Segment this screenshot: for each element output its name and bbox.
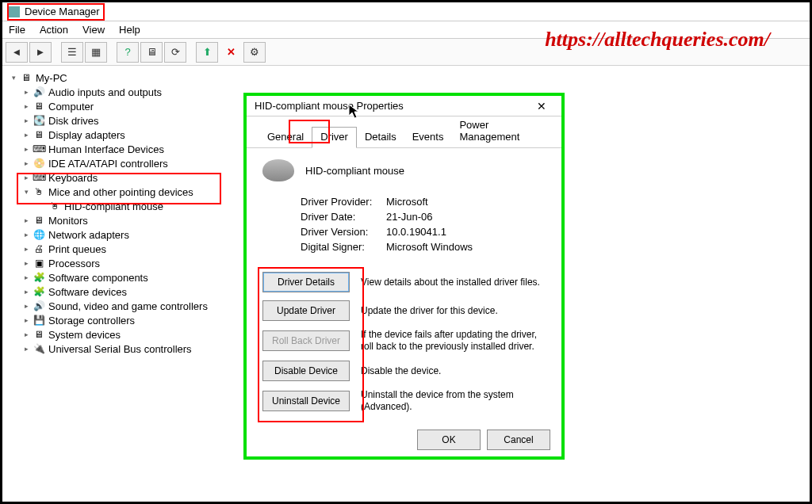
device-icon: 🖥 — [33, 214, 45, 227]
tab-general[interactable]: General — [259, 128, 312, 147]
titlebar: Device Manager — [2, 2, 810, 21]
device-icon: ⌨ — [33, 171, 45, 184]
computer-icon: 🖥 — [20, 71, 33, 84]
disable-device-button[interactable]: Disable Device — [262, 361, 350, 381]
expand-icon[interactable]: ▸ — [21, 88, 31, 96]
cancel-button[interactable]: Cancel — [487, 430, 550, 450]
toolbar-properties-icon[interactable]: ⚙ — [243, 42, 266, 63]
device-icon: 🌐 — [33, 228, 45, 241]
watermark-url: https://alltechqueries.com/ — [545, 28, 770, 52]
expand-icon[interactable]: ▸ — [21, 302, 31, 310]
expand-icon[interactable]: ▸ — [21, 102, 31, 110]
toolbar-forward[interactable]: ► — [29, 42, 52, 63]
expand-icon[interactable]: ▸ — [21, 116, 31, 124]
tree-label: Display adapters — [48, 129, 125, 141]
update-driver-desc: Update the driver for this device. — [361, 305, 546, 317]
tab-events[interactable]: Events — [404, 128, 452, 147]
device-icon: 🖥 — [33, 328, 45, 341]
expand-icon[interactable]: ▸ — [21, 131, 31, 139]
device-name: HID-compliant mouse — [305, 165, 404, 177]
toolbar-display-icon[interactable]: 🖥 — [140, 42, 163, 63]
expand-icon[interactable]: ▸ — [21, 145, 31, 153]
expand-icon[interactable]: ▸ — [21, 345, 31, 353]
expand-icon[interactable]: ▸ — [21, 231, 31, 239]
separator — [188, 42, 194, 63]
tree-root[interactable]: ▾ 🖥 My-PC — [9, 71, 810, 85]
tree-label: Print queues — [48, 243, 106, 255]
signer-label: Digital Signer: — [301, 241, 386, 253]
uninstall-device-button[interactable]: Uninstall Device — [262, 391, 350, 411]
app-icon — [9, 6, 20, 17]
expand-icon[interactable]: ▸ — [21, 330, 31, 338]
tab-details[interactable]: Details — [357, 128, 404, 147]
version-value: 10.0.19041.1 — [386, 226, 446, 238]
toolbar-refresh-icon[interactable]: ⟳ — [164, 42, 186, 63]
expand-icon[interactable]: ▸ — [21, 245, 31, 253]
toolbar-scan-icon[interactable]: ⬆ — [196, 42, 218, 63]
expand-icon[interactable]: ▸ — [21, 159, 31, 167]
expand-icon[interactable]: ▸ — [21, 288, 31, 296]
collapse-icon[interactable]: ▾ — [21, 188, 31, 196]
device-icon: 🖥 — [33, 128, 45, 141]
expand-icon[interactable]: ▸ — [21, 273, 31, 281]
root-label: My-PC — [36, 72, 67, 84]
tree-label: Disk drives — [48, 115, 99, 127]
close-icon[interactable]: ✕ — [530, 98, 553, 114]
separator — [53, 42, 59, 63]
expand-icon[interactable]: ▸ — [21, 259, 31, 267]
signer-value: Microsoft Windows — [386, 241, 473, 253]
menu-action[interactable]: Action — [40, 24, 68, 36]
tree-label: Mice and other pointing devices — [48, 186, 193, 198]
tab-power[interactable]: Power Management — [451, 116, 549, 147]
separator — [109, 42, 115, 63]
window-title: Device Manager — [25, 6, 100, 17]
collapse-icon[interactable]: ▾ — [9, 74, 18, 82]
ok-button[interactable]: OK — [417, 430, 481, 450]
menu-file[interactable]: File — [9, 24, 25, 36]
tree-label: System devices — [48, 329, 121, 341]
dialog-footer: OK Cancel — [417, 430, 550, 450]
tree-label: Software devices — [48, 286, 127, 298]
driver-details-desc: View details about the installed driver … — [361, 277, 546, 288]
tree-label: Processors — [48, 258, 100, 269]
tree-label: Sound, video and game controllers — [48, 300, 208, 312]
tree-label: Audio inputs and outputs — [48, 86, 162, 98]
provider-label: Driver Provider: — [301, 196, 386, 208]
properties-dialog: HID-compliant mouse Properties ✕ General… — [243, 93, 565, 460]
expand-icon[interactable]: ▸ — [21, 316, 31, 324]
dialog-title: HID-compliant mouse Properties — [255, 100, 404, 112]
mouse-icon — [262, 159, 294, 181]
tree-label: Human Interface Devices — [48, 143, 164, 155]
toolbar-help-icon[interactable]: ? — [117, 42, 139, 63]
driver-details-button[interactable]: Driver Details — [262, 272, 350, 292]
toolbar-grid-icon[interactable]: ▦ — [85, 42, 107, 63]
device-icon: 🧩 — [33, 285, 45, 298]
device-icon: 🖱 — [48, 200, 61, 212]
provider-value: Microsoft — [386, 196, 428, 208]
device-icon: 🖨 — [33, 242, 45, 255]
update-driver-button[interactable]: Update Driver — [262, 300, 350, 321]
dialog-titlebar[interactable]: HID-compliant mouse Properties ✕ — [247, 96, 561, 116]
toolbar-tree-icon[interactable]: ☰ — [61, 42, 83, 63]
uninstall-device-desc: Uninstall the device from the system (Ad… — [361, 389, 546, 413]
toolbar-remove-icon[interactable]: ✕ — [220, 42, 242, 63]
toolbar-back[interactable]: ◄ — [6, 42, 28, 63]
device-icon: ⌨ — [33, 143, 45, 155]
device-icon: 🔊 — [33, 86, 45, 98]
expand-icon[interactable]: ▸ — [21, 174, 31, 181]
rollback-driver-desc: If the device fails after updating the d… — [361, 329, 546, 353]
device-icon: 💽 — [33, 114, 45, 127]
device-icon: 📀 — [33, 157, 45, 170]
tree-label: Computer — [48, 101, 94, 113]
menu-view[interactable]: View — [82, 24, 105, 36]
device-icon: 🔊 — [33, 300, 45, 312]
menu-help[interactable]: Help — [119, 24, 140, 36]
rollback-driver-button: Roll Back Driver — [262, 330, 350, 351]
tree-label: Storage controllers — [48, 315, 135, 326]
device-icon: 🧩 — [33, 271, 45, 284]
expand-icon[interactable]: ▸ — [21, 216, 31, 224]
tree-label: Monitors — [48, 215, 88, 227]
device-icon: 🖱 — [33, 185, 45, 198]
tab-driver[interactable]: Driver — [312, 127, 357, 148]
dialog-tabs: General Driver Details Events Power Mana… — [247, 116, 561, 148]
